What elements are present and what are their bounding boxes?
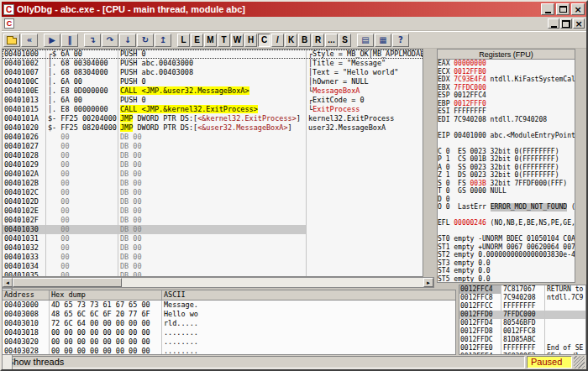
register-line[interactable]: Z 1 DS 0023 32bit 0(FFFFFFFF) xyxy=(438,171,575,180)
disasm-row[interactable]: 00401033 00DB 00 xyxy=(3,253,423,262)
stack-row[interactable]: 0012FFD480546BFD xyxy=(459,319,585,327)
scroll-left-button[interactable]: ◄ xyxy=(3,278,13,287)
restart-button[interactable]: « xyxy=(21,34,38,47)
run-button[interactable]: ▶ xyxy=(44,34,60,47)
disasm-row[interactable]: 0040102C 00DB 00 xyxy=(3,188,423,197)
toolbar-window-button[interactable]: M xyxy=(204,34,217,47)
step-into-button[interactable]: ↴ xyxy=(84,34,101,47)
dump-row[interactable]: 0040300848 65 6C 6C 6F 20 77 6FHello wo xyxy=(3,310,455,319)
register-line[interactable]: ST1 empty +UNORM 0067 00620064 007900 xyxy=(438,243,575,252)
scroll-right-button[interactable]: ► xyxy=(423,278,433,287)
register-line[interactable] xyxy=(438,123,575,132)
stack-pane[interactable]: 0012FFC47C817067RETURN to k0012FFC87C940… xyxy=(459,285,586,355)
dump-row[interactable]: 0040302800 00 00 00 00 00 00 00........ xyxy=(3,347,455,355)
dump-row[interactable]: 0040302000 00 00 00 00 00 00 00........ xyxy=(3,337,455,347)
toolbar-window-button[interactable]: W xyxy=(231,34,244,47)
register-line[interactable]: S 0 FS 003B 32bit 7FFDF000(FFF) xyxy=(438,180,575,188)
toolbar-window-button[interactable]: K xyxy=(285,34,297,47)
toolbar-window-button[interactable]: ... xyxy=(325,34,338,47)
scroll-thumb[interactable] xyxy=(13,278,122,287)
stack-row[interactable]: 0012FFCCFFFFFFFF xyxy=(459,302,585,311)
disasm-row[interactable]: 00401034 00DB 00 xyxy=(3,262,423,271)
disasm-row[interactable]: 00401020$- FF25 08204000JMP DWORD PTR DS… xyxy=(3,123,423,133)
stack-row[interactable]: 0012FFE0FFFFFFFFEnd of SE xyxy=(459,344,585,353)
register-line[interactable]: EBP 0012FFF0 xyxy=(438,100,575,108)
toolbar-window-button[interactable]: C xyxy=(258,34,270,47)
register-line[interactable]: D 0 xyxy=(438,196,575,204)
dump-row[interactable]: 0040301072 6C 64 00 00 00 00 00rld..... xyxy=(3,319,455,328)
disasm-row[interactable]: 0040101A$- FF25 00204000JMP DWORD PTR DS… xyxy=(3,114,423,123)
register-line[interactable]: EBX 7FFDC000 xyxy=(438,84,575,92)
register-line[interactable]: ECX 0012FFB0 xyxy=(438,68,575,76)
disasm-row[interactable]: 0040100C│. 6A 00PUSH 0│hOwner = NULL xyxy=(3,77,423,86)
stack-row[interactable]: 0012FFE47C8399F3SE handler xyxy=(459,353,585,355)
disasm-row[interactable]: 0040102F 00DB 00 xyxy=(3,216,423,225)
open-file-button[interactable] xyxy=(3,34,20,47)
menu-item[interactable] xyxy=(68,23,78,24)
appearance-button[interactable]: ▦ xyxy=(375,34,391,47)
register-line[interactable]: ST3 empty 0.0 xyxy=(438,259,575,268)
cpu-window-icon[interactable]: C xyxy=(4,18,14,29)
register-line[interactable]: O 0 LastErr ERROR_MOD_NOT_FOUND (0000007… xyxy=(438,203,575,212)
toolbar-window-button[interactable]: T xyxy=(218,34,230,47)
register-line[interactable]: ST0 empty -UNORM BDEC 01050104 C0ACAC xyxy=(438,235,575,243)
register-line[interactable]: ST5 empty 0.0 xyxy=(438,275,575,284)
disassembly-pane[interactable]: 00401000┌$ 6A 00PUSH 0┌Style = MB_OK|MB_… xyxy=(2,49,423,277)
toolbar-window-button[interactable]: B xyxy=(298,34,311,47)
registers-pane[interactable]: Registers (FPU) EAX 00000000ECX 0012FFB0… xyxy=(437,49,575,283)
disasm-row[interactable]: 00401030 00DB 00 xyxy=(3,225,423,234)
disasm-row[interactable]: 0040102A 00DB 00 xyxy=(3,170,423,179)
register-line[interactable]: EIP 00401000 abc.<ModuleEntryPoint> xyxy=(438,132,575,140)
maximize-button[interactable] xyxy=(556,3,570,15)
disasm-row[interactable]: 00401007│. 68 08304000PUSH abc.00403008│… xyxy=(3,68,423,77)
stack-row[interactable]: 0012FFD07FFDC000 xyxy=(459,311,585,319)
options-button[interactable]: ▤ xyxy=(357,34,374,47)
register-line[interactable] xyxy=(438,212,575,220)
minimize-button[interactable] xyxy=(541,3,554,15)
menu-item[interactable] xyxy=(58,23,68,24)
dump-row[interactable]: 0040301800 00 00 00 00 00 00 00........ xyxy=(3,328,455,337)
menu-item[interactable] xyxy=(18,23,28,24)
register-line[interactable]: T 0 GS 0000 NULL xyxy=(438,187,575,196)
pause-button[interactable]: ‖ xyxy=(61,34,78,47)
disasm-row[interactable]: 0040102D 00DB 00 xyxy=(3,197,423,206)
disasm-row[interactable]: 0040102B 00DB 00 xyxy=(3,179,423,188)
toolbar-window-button[interactable]: E xyxy=(191,34,203,47)
menu-item[interactable] xyxy=(28,23,38,24)
menu-item[interactable] xyxy=(38,23,48,24)
trace-into-button[interactable]: ↓ xyxy=(119,34,136,47)
toolbar-window-button[interactable]: S xyxy=(339,34,351,47)
register-line[interactable]: P 1 CS 001B 32bit 0(FFFFFFFF) xyxy=(438,155,575,164)
mdi-minimize-button[interactable] xyxy=(548,18,559,29)
memory-dump-pane[interactable]: AddressHex dumpASCII 004030004D 65 73 73… xyxy=(2,290,456,355)
help-button[interactable]: ? xyxy=(392,34,409,47)
register-line[interactable]: EDX 7C93E4F4 ntdll.KiFastSystemCallRet xyxy=(438,76,575,84)
toolbar-window-button[interactable]: / xyxy=(271,34,284,47)
trace-over-button[interactable]: ↻ xyxy=(137,34,154,47)
mdi-close-button[interactable]: × xyxy=(573,18,585,29)
register-line[interactable] xyxy=(438,139,575,148)
disasm-row[interactable]: 00401000┌$ 6A 00PUSH 0┌Style = MB_OK|MB_… xyxy=(3,50,423,59)
disasm-row[interactable]: 00401028 00DB 00 xyxy=(3,151,423,160)
disasm-row[interactable]: 00401026 00DB 00 xyxy=(3,133,423,142)
register-line[interactable]: EDI 7C940208 ntdll.7C940208 xyxy=(438,116,575,124)
disasm-row[interactable]: 00401035 00DB 00 xyxy=(3,271,423,277)
until-return-button[interactable]: ↥ xyxy=(155,34,171,47)
dump-row[interactable]: 004030004D 65 73 73 61 67 65 00Message. xyxy=(3,300,455,310)
disasm-row[interactable]: 00401013│. 6A 00PUSH 0┌ExitCode = 0 xyxy=(3,96,423,105)
scroll-track[interactable] xyxy=(122,278,423,287)
toolbar-window-button[interactable]: H xyxy=(244,34,257,47)
toolbar-window-button[interactable]: L xyxy=(177,34,190,47)
disasm-row[interactable]: 00401031 00DB 00 xyxy=(3,234,423,243)
mdi-restore-button[interactable] xyxy=(560,18,572,29)
register-line[interactable]: ST4 empty 0.0 xyxy=(438,267,575,275)
stack-row[interactable]: 0012FFC47C817067RETURN to k xyxy=(459,285,585,294)
stack-row[interactable]: 0012FFD80012FFC8 xyxy=(459,327,585,336)
menu-item[interactable] xyxy=(48,23,58,24)
register-line[interactable]: A 0 SS 0023 32bit 0(FFFFFFFF) xyxy=(438,164,575,172)
close-button[interactable]: × xyxy=(571,3,585,15)
register-line[interactable] xyxy=(438,227,575,236)
stack-row[interactable]: 0012FFDC81D85ABC xyxy=(459,336,585,344)
resize-grip[interactable] xyxy=(574,356,585,368)
disasm-row[interactable]: 00401015│. E8 00000000CALL <JMP.&kernel3… xyxy=(3,105,423,114)
